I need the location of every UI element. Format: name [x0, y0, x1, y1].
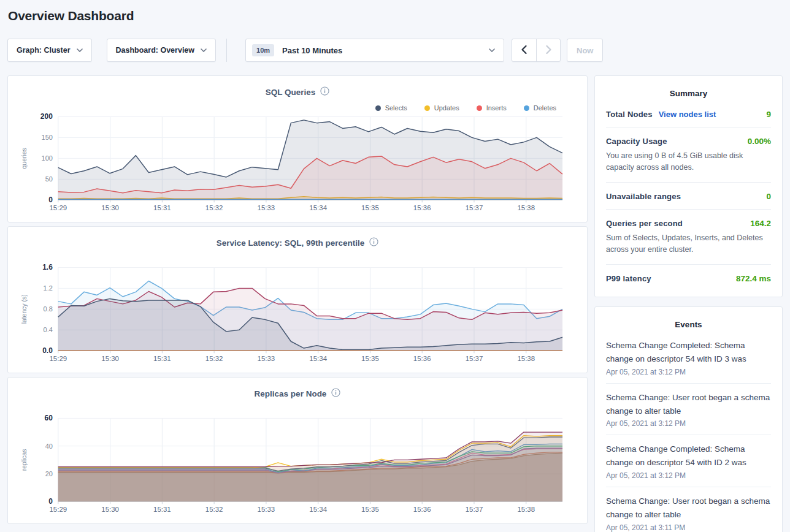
page-title: Overview Dashboard [8, 9, 790, 23]
svg-text:15:36: 15:36 [413, 355, 431, 362]
event-timestamp: Apr 05, 2021 at 3:11 PM [606, 523, 771, 532]
now-button[interactable]: Now [567, 39, 603, 62]
summary-label: P99 latency [606, 274, 651, 283]
chevron-down-icon [201, 48, 207, 52]
summary-value: 0.00% [748, 137, 771, 146]
summary-value: 9 [766, 110, 771, 119]
charts-column: SQL Queries Selects Updates Inserts Dele… [7, 75, 588, 532]
svg-text:1.6: 1.6 [42, 263, 53, 272]
svg-text:15:29: 15:29 [49, 506, 67, 513]
chart-title: Service Latency: SQL, 99th percentile [217, 238, 365, 248]
summary-description: You are using 0 B of 4.5 GiB usable disk… [606, 150, 771, 174]
svg-text:queries: queries [21, 148, 28, 169]
svg-text:15:35: 15:35 [361, 204, 379, 211]
event-message: Schema Change: User root began a schema … [606, 495, 771, 522]
summary-label: Queries per second [606, 219, 683, 228]
chart-header: Service Latency: SQL, 99th percentile [8, 237, 587, 249]
svg-text:15:31: 15:31 [153, 355, 171, 362]
svg-text:150: 150 [42, 134, 53, 141]
svg-text:1.2: 1.2 [44, 284, 53, 292]
chart-panel-service-latency: Service Latency: SQL, 99th percentile 15… [7, 226, 588, 373]
svg-text:15:34: 15:34 [309, 355, 327, 362]
svg-text:15:32: 15:32 [205, 506, 223, 513]
legend-item-deletes[interactable]: Deletes [524, 104, 556, 112]
svg-text:15:38: 15:38 [517, 355, 535, 362]
graph-dropdown-label: Graph: Cluster [17, 46, 71, 55]
summary-row-unavailable-ranges: Unavailable ranges 0 [606, 183, 771, 210]
svg-text:20: 20 [45, 470, 53, 477]
events-panel: Events Schema Change Completed: Schema c… [594, 306, 783, 532]
svg-text:15:34: 15:34 [309, 204, 327, 211]
svg-text:15:36: 15:36 [413, 506, 431, 513]
chart-title: SQL Queries [266, 88, 316, 97]
toolbar: Graph: Cluster Dashboard: Overview 10m P… [7, 39, 783, 62]
svg-text:15:33: 15:33 [258, 506, 275, 513]
summary-value: 164.2 [750, 219, 771, 228]
legend-item-selects[interactable]: Selects [375, 104, 407, 112]
dashboard-dropdown-label: Dashboard: Overview [116, 46, 195, 55]
svg-text:0.8: 0.8 [44, 305, 53, 313]
chevron-right-icon [546, 45, 551, 56]
event-item: Schema Change Completed: Schema change o… [606, 435, 771, 487]
summary-row-queries-per-second: Queries per second 164.2 Sum of Selects,… [606, 210, 771, 265]
svg-text:0: 0 [48, 196, 53, 204]
svg-text:15:32: 15:32 [205, 355, 223, 362]
view-nodes-list-link[interactable]: View nodes list [659, 110, 716, 119]
dashboard-dropdown[interactable]: Dashboard: Overview [107, 39, 217, 62]
legend-dot [524, 105, 529, 111]
legend-item-inserts[interactable]: Inserts [477, 104, 507, 112]
svg-text:15:30: 15:30 [101, 204, 119, 211]
time-range-label: Past 10 Minutes [282, 46, 342, 55]
summary-row-p99-latency: P99 latency 872.4 ms [606, 265, 771, 291]
svg-text:15:33: 15:33 [258, 204, 275, 211]
svg-text:15:37: 15:37 [466, 506, 483, 513]
svg-text:15:31: 15:31 [153, 204, 171, 211]
summary-value: 0 [766, 192, 771, 201]
summary-description: Sum of Selects, Updates, Inserts, and De… [606, 232, 771, 256]
chart-title: Replicas per Node [255, 389, 327, 398]
summary-label: Total Nodes [606, 110, 653, 119]
event-message: Schema Change: User root began a schema … [606, 391, 771, 418]
legend-item-updates[interactable]: Updates [424, 104, 459, 112]
time-step-forward-button[interactable] [536, 39, 560, 61]
svg-text:15:30: 15:30 [101, 355, 119, 362]
chevron-down-icon [77, 48, 83, 52]
graph-dropdown[interactable]: Graph: Cluster [7, 39, 92, 62]
svg-text:latency (s): latency (s) [21, 294, 28, 324]
svg-text:50: 50 [45, 175, 53, 183]
info-icon[interactable] [320, 86, 329, 98]
svg-text:15:33: 15:33 [258, 355, 275, 362]
svg-text:15:34: 15:34 [309, 506, 327, 513]
svg-text:15:29: 15:29 [49, 355, 67, 362]
time-range-picker[interactable]: 10m Past 10 Minutes [245, 39, 504, 62]
summary-label: Capacity Usage [606, 137, 667, 146]
event-timestamp: Apr 05, 2021 at 3:12 PM [606, 368, 771, 376]
info-icon[interactable] [331, 388, 340, 400]
svg-text:15:36: 15:36 [413, 204, 431, 211]
svg-text:15:31: 15:31 [153, 506, 171, 513]
chevron-left-icon [521, 45, 527, 56]
svg-text:15:37: 15:37 [466, 204, 483, 211]
svg-text:15:37: 15:37 [466, 355, 483, 362]
summary-value: 872.4 ms [736, 274, 771, 283]
sidebar: Summary Total Nodes View nodes list 9 Ca… [594, 75, 783, 532]
svg-text:0: 0 [48, 497, 53, 506]
event-item: Schema Change: User root began a schema … [606, 384, 771, 436]
legend-dot [375, 105, 381, 111]
svg-text:60: 60 [45, 414, 53, 422]
time-step-back-button[interactable] [512, 39, 536, 61]
svg-text:15:38: 15:38 [517, 204, 535, 211]
events-title: Events [606, 320, 771, 329]
chart-header: Replicas per Node [8, 388, 587, 400]
svg-text:15:38: 15:38 [517, 506, 535, 513]
event-message: Schema Change Completed: Schema change o… [606, 443, 771, 469]
legend-dot [424, 105, 430, 111]
summary-panel: Summary Total Nodes View nodes list 9 Ca… [594, 75, 783, 297]
svg-text:15:32: 15:32 [205, 204, 223, 211]
info-icon[interactable] [369, 237, 378, 249]
time-range-badge: 10m [252, 44, 274, 56]
chevron-down-icon [489, 48, 495, 52]
svg-text:15:35: 15:35 [361, 355, 379, 362]
time-step-group [512, 39, 561, 62]
svg-text:100: 100 [42, 154, 53, 162]
